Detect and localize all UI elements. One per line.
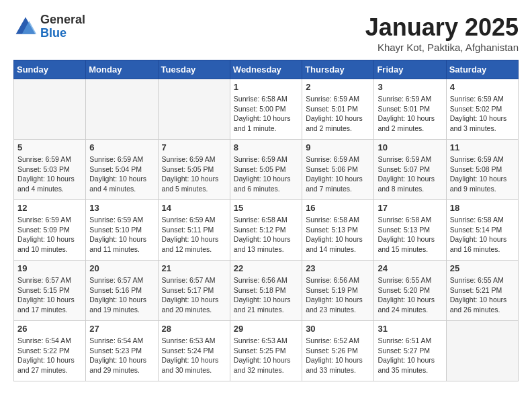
calendar-cell: 3Sunrise: 6:59 AMSunset: 5:01 PMDaylight…	[374, 79, 446, 140]
day-info: Sunrise: 6:59 AMSunset: 5:08 PMDaylight:…	[450, 154, 515, 194]
day-info: Sunrise: 6:59 AMSunset: 5:06 PMDaylight:…	[306, 154, 370, 194]
day-number: 31	[378, 324, 442, 334]
logo-general-text: General	[40, 13, 85, 27]
day-number: 12	[17, 203, 82, 213]
calendar-cell	[446, 321, 518, 381]
day-number: 24	[378, 263, 442, 273]
day-info: Sunrise: 6:59 AMSunset: 5:05 PMDaylight:…	[162, 154, 226, 194]
day-info: Sunrise: 6:58 AMSunset: 5:12 PMDaylight:…	[234, 215, 298, 255]
day-info: Sunrise: 6:55 AMSunset: 5:21 PMDaylight:…	[450, 275, 515, 315]
calendar-cell: 30Sunrise: 6:52 AMSunset: 5:26 PMDayligh…	[302, 321, 374, 381]
day-number: 4	[450, 82, 515, 92]
calendar-cell: 4Sunrise: 6:59 AMSunset: 5:02 PMDaylight…	[446, 79, 518, 140]
column-header-sunday: Sunday	[14, 60, 86, 79]
calendar-cell: 27Sunrise: 6:54 AMSunset: 5:23 PMDayligh…	[86, 321, 158, 381]
day-number: 15	[234, 203, 298, 213]
day-info: Sunrise: 6:54 AMSunset: 5:23 PMDaylight:…	[89, 336, 154, 375]
day-number: 23	[306, 263, 370, 273]
day-number: 17	[378, 203, 442, 213]
calendar-subtitle: Khayr Kot, Paktika, Afghanistan	[365, 42, 519, 53]
day-number: 25	[450, 263, 515, 273]
week-row-5: 26Sunrise: 6:54 AMSunset: 5:22 PMDayligh…	[14, 321, 519, 381]
week-row-1: 1Sunrise: 6:58 AMSunset: 5:00 PMDaylight…	[14, 79, 519, 140]
column-header-tuesday: Tuesday	[158, 60, 230, 79]
calendar-cell: 28Sunrise: 6:53 AMSunset: 5:24 PMDayligh…	[158, 321, 230, 381]
calendar-cell	[158, 79, 230, 140]
calendar-cell: 18Sunrise: 6:58 AMSunset: 5:14 PMDayligh…	[446, 200, 518, 261]
day-info: Sunrise: 6:57 AMSunset: 5:15 PMDaylight:…	[17, 275, 82, 315]
calendar-cell	[86, 79, 158, 140]
day-number: 8	[234, 142, 298, 152]
day-info: Sunrise: 6:53 AMSunset: 5:25 PMDaylight:…	[234, 336, 298, 375]
day-number: 11	[450, 142, 515, 152]
day-info: Sunrise: 6:58 AMSunset: 5:14 PMDaylight:…	[450, 215, 515, 255]
column-header-friday: Friday	[374, 60, 446, 79]
calendar-cell: 1Sunrise: 6:58 AMSunset: 5:00 PMDaylight…	[230, 79, 302, 140]
calendar-cell: 11Sunrise: 6:59 AMSunset: 5:08 PMDayligh…	[446, 140, 518, 200]
calendar-cell: 24Sunrise: 6:55 AMSunset: 5:20 PMDayligh…	[374, 261, 446, 321]
calendar-cell: 23Sunrise: 6:56 AMSunset: 5:19 PMDayligh…	[302, 261, 374, 321]
day-number: 7	[162, 142, 226, 152]
header-row: SundayMondayTuesdayWednesdayThursdayFrid…	[14, 60, 519, 79]
day-info: Sunrise: 6:55 AMSunset: 5:20 PMDaylight:…	[378, 275, 442, 315]
day-number: 28	[162, 324, 226, 334]
calendar-cell: 16Sunrise: 6:58 AMSunset: 5:13 PMDayligh…	[302, 200, 374, 261]
logo-blue-text: Blue	[40, 27, 85, 40]
calendar-cell: 17Sunrise: 6:58 AMSunset: 5:13 PMDayligh…	[374, 200, 446, 261]
calendar-cell: 31Sunrise: 6:51 AMSunset: 5:27 PMDayligh…	[374, 321, 446, 381]
day-number: 3	[378, 82, 442, 92]
calendar-cell: 26Sunrise: 6:54 AMSunset: 5:22 PMDayligh…	[14, 321, 86, 381]
day-number: 19	[17, 263, 82, 273]
day-number: 16	[306, 203, 370, 213]
day-info: Sunrise: 6:59 AMSunset: 5:02 PMDaylight:…	[450, 94, 515, 134]
calendar-cell: 19Sunrise: 6:57 AMSunset: 5:15 PMDayligh…	[14, 261, 86, 321]
day-number: 22	[234, 263, 298, 273]
day-number: 9	[306, 142, 370, 152]
calendar-cell: 10Sunrise: 6:59 AMSunset: 5:07 PMDayligh…	[374, 140, 446, 200]
day-info: Sunrise: 6:58 AMSunset: 5:13 PMDaylight:…	[306, 215, 370, 255]
day-info: Sunrise: 6:59 AMSunset: 5:10 PMDaylight:…	[89, 215, 154, 255]
day-number: 6	[89, 142, 154, 152]
calendar-title: January 2025	[365, 13, 519, 42]
calendar-cell: 14Sunrise: 6:59 AMSunset: 5:11 PMDayligh…	[158, 200, 230, 261]
week-row-2: 5Sunrise: 6:59 AMSunset: 5:03 PMDaylight…	[14, 140, 519, 200]
calendar-cell: 5Sunrise: 6:59 AMSunset: 5:03 PMDaylight…	[14, 140, 86, 200]
day-number: 30	[306, 324, 370, 334]
day-number: 27	[89, 324, 154, 334]
column-header-thursday: Thursday	[302, 60, 374, 79]
day-info: Sunrise: 6:56 AMSunset: 5:18 PMDaylight:…	[234, 275, 298, 315]
calendar-cell: 25Sunrise: 6:55 AMSunset: 5:21 PMDayligh…	[446, 261, 518, 321]
calendar-cell: 2Sunrise: 6:59 AMSunset: 5:01 PMDaylight…	[302, 79, 374, 140]
day-number: 14	[162, 203, 226, 213]
logo-text: General Blue	[40, 13, 85, 40]
calendar-cell: 6Sunrise: 6:59 AMSunset: 5:04 PMDaylight…	[86, 140, 158, 200]
day-info: Sunrise: 6:59 AMSunset: 5:05 PMDaylight:…	[234, 154, 298, 194]
day-number: 13	[89, 203, 154, 213]
calendar-cell: 20Sunrise: 6:57 AMSunset: 5:16 PMDayligh…	[86, 261, 158, 321]
day-info: Sunrise: 6:59 AMSunset: 5:09 PMDaylight:…	[17, 215, 82, 255]
day-info: Sunrise: 6:53 AMSunset: 5:24 PMDaylight:…	[162, 336, 226, 375]
week-row-3: 12Sunrise: 6:59 AMSunset: 5:09 PMDayligh…	[14, 200, 519, 261]
calendar-cell: 12Sunrise: 6:59 AMSunset: 5:09 PMDayligh…	[14, 200, 86, 261]
calendar-cell: 7Sunrise: 6:59 AMSunset: 5:05 PMDaylight…	[158, 140, 230, 200]
logo: General Blue	[13, 13, 85, 40]
calendar-cell: 29Sunrise: 6:53 AMSunset: 5:25 PMDayligh…	[230, 321, 302, 381]
day-info: Sunrise: 6:56 AMSunset: 5:19 PMDaylight:…	[306, 275, 370, 315]
day-number: 29	[234, 324, 298, 334]
calendar-table: SundayMondayTuesdayWednesdayThursdayFrid…	[13, 60, 519, 381]
calendar-cell: 22Sunrise: 6:56 AMSunset: 5:18 PMDayligh…	[230, 261, 302, 321]
day-info: Sunrise: 6:57 AMSunset: 5:17 PMDaylight:…	[162, 275, 226, 315]
day-info: Sunrise: 6:54 AMSunset: 5:22 PMDaylight:…	[17, 336, 82, 375]
calendar-cell: 8Sunrise: 6:59 AMSunset: 5:05 PMDaylight…	[230, 140, 302, 200]
day-info: Sunrise: 6:59 AMSunset: 5:04 PMDaylight:…	[89, 154, 154, 194]
calendar-cell: 21Sunrise: 6:57 AMSunset: 5:17 PMDayligh…	[158, 261, 230, 321]
calendar-cell: 15Sunrise: 6:58 AMSunset: 5:12 PMDayligh…	[230, 200, 302, 261]
day-info: Sunrise: 6:59 AMSunset: 5:11 PMDaylight:…	[162, 215, 226, 255]
day-info: Sunrise: 6:58 AMSunset: 5:13 PMDaylight:…	[378, 215, 442, 255]
day-number: 2	[306, 82, 370, 92]
day-number: 26	[17, 324, 82, 334]
day-info: Sunrise: 6:59 AMSunset: 5:03 PMDaylight:…	[17, 154, 82, 194]
day-info: Sunrise: 6:52 AMSunset: 5:26 PMDaylight:…	[306, 336, 370, 375]
day-number: 20	[89, 263, 154, 273]
day-info: Sunrise: 6:59 AMSunset: 5:01 PMDaylight:…	[378, 94, 442, 134]
